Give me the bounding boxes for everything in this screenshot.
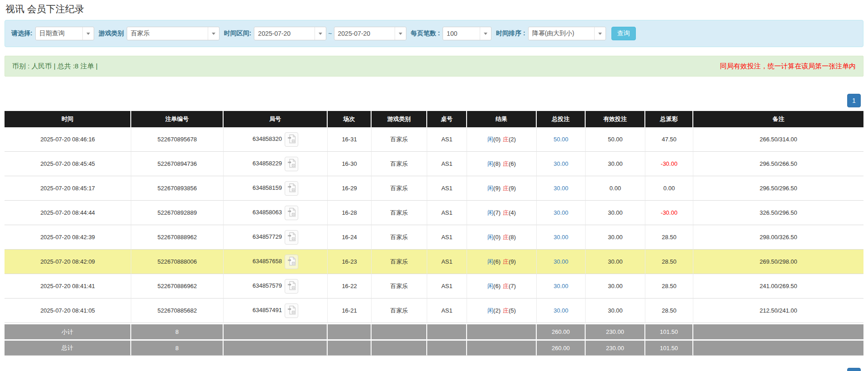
result-banker-label: 庄 xyxy=(503,160,509,167)
cell-table-no: AS1 xyxy=(427,176,467,201)
video-record-icon xyxy=(287,305,296,316)
column-header-session: 场次 xyxy=(328,111,372,127)
table-row: 2025-07-20 08:42:39 522670888962 6348577… xyxy=(5,225,863,250)
video-record-icon-button[interactable] xyxy=(285,157,298,171)
total-bet-link[interactable]: 30.00 xyxy=(537,299,586,323)
date-to-select[interactable]: 2025-07-20 xyxy=(334,27,406,40)
cell-result: 闲(8)庄(6) xyxy=(467,152,537,176)
total-bet-link[interactable]: 30.00 xyxy=(537,225,586,250)
cell-result: 闲(0)庄(8) xyxy=(467,225,537,250)
page-size-label: 每页笔数 : xyxy=(411,29,440,38)
round-id-text: 634857491 xyxy=(253,307,282,313)
cell-game: 百家乐 xyxy=(372,176,427,201)
chevron-down-icon[interactable] xyxy=(82,27,94,40)
cell-table-no: AS1 xyxy=(427,274,467,299)
video-record-icon-button[interactable] xyxy=(285,304,298,318)
total-bet-link[interactable]: 30.00 xyxy=(537,250,586,274)
result-player-value: (7) xyxy=(493,209,501,216)
result-banker-label: 庄 xyxy=(503,209,509,216)
column-header-valid-bet: 有效投注 xyxy=(586,111,645,127)
cell-session: 16-21 xyxy=(328,299,372,323)
column-header-table-no: 桌号 xyxy=(427,111,467,127)
table-row: 2025-07-20 08:45:45 522670894736 6348582… xyxy=(5,152,863,176)
footer-total-row: 总计 8 260.00 230.00 101.50 xyxy=(5,339,863,356)
summary-bar: 币别 : 人民币 | 总共 :8 注单 | 同局有效投注，统一计算在该局第一张注… xyxy=(5,56,863,77)
cell-remark: 296.50/296.50 xyxy=(693,176,863,201)
cell-bet-id: 522670892889 xyxy=(131,201,224,225)
cell-remark: 326.50/296.50 xyxy=(693,201,863,225)
total-bet-link[interactable]: 50.00 xyxy=(537,127,586,152)
table-row: 2025-07-20 08:41:05 522670885682 6348574… xyxy=(5,299,863,323)
cell-result: 闲(6)庄(7) xyxy=(467,274,537,299)
chevron-down-icon[interactable] xyxy=(395,27,406,40)
cell-round-id: 634858320 xyxy=(224,127,328,152)
cell-session: 16-24 xyxy=(328,225,372,250)
result-player-value: (8) xyxy=(493,160,501,167)
video-record-icon-button[interactable] xyxy=(285,255,298,269)
date-from-select[interactable]: 2025-07-20 xyxy=(254,27,326,40)
video-record-icon-button[interactable] xyxy=(285,230,298,245)
cell-round-id: 634857491 xyxy=(224,299,328,323)
result-banker-label: 庄 xyxy=(503,283,509,289)
cell-table-no: AS1 xyxy=(427,127,467,152)
cell-session: 16-22 xyxy=(328,274,372,299)
page-button-1[interactable]: 1 xyxy=(847,94,861,107)
footer-subtotal-row: 小计 8 260.00 230.00 101.50 xyxy=(5,323,863,339)
chevron-down-icon[interactable] xyxy=(315,27,326,40)
cell-payout: 0.00 xyxy=(645,176,693,201)
round-id-text: 634857579 xyxy=(253,282,282,289)
page-size-select[interactable]: 100 xyxy=(443,27,491,40)
total-bet-link[interactable]: 30.00 xyxy=(537,176,586,201)
game-category-value: 百家乐 xyxy=(127,29,208,38)
query-type-select[interactable]: 日期查询 xyxy=(35,27,94,40)
cell-bet-id: 522670885682 xyxy=(131,299,224,323)
total-bet-link[interactable]: 30.00 xyxy=(537,152,586,176)
result-player-value: (9) xyxy=(493,185,501,192)
cell-session: 16-23 xyxy=(328,250,372,274)
game-category-select[interactable]: 百家乐 xyxy=(127,27,219,40)
subtotal-valid-bet: 230.00 xyxy=(586,323,645,339)
video-record-icon-button[interactable] xyxy=(285,132,298,147)
table-row: 2025-07-20 08:42:09 522670888006 6348576… xyxy=(5,250,863,274)
video-record-icon xyxy=(287,159,296,169)
video-record-icon xyxy=(287,232,296,243)
video-record-icon xyxy=(287,281,296,292)
chevron-down-icon[interactable] xyxy=(480,27,491,40)
cell-time: 2025-07-20 08:44:44 xyxy=(5,201,131,225)
cell-game: 百家乐 xyxy=(372,201,427,225)
result-player-label: 闲 xyxy=(487,258,493,265)
sort-order-select[interactable]: 降幂(由大到小) xyxy=(528,27,606,40)
cell-time: 2025-07-20 08:46:16 xyxy=(5,127,131,152)
subtotal-payout: 101.50 xyxy=(645,323,693,339)
video-record-icon-button[interactable] xyxy=(285,206,298,220)
table-row: 2025-07-20 08:41:41 522670886962 6348575… xyxy=(5,274,863,299)
chevron-down-icon[interactable] xyxy=(594,27,606,40)
cell-payout: 47.50 xyxy=(645,127,693,152)
cell-game: 百家乐 xyxy=(372,152,427,176)
cell-session: 16-28 xyxy=(328,201,372,225)
search-button[interactable]: 查询 xyxy=(611,27,636,40)
result-banker-label: 庄 xyxy=(503,258,509,265)
cell-round-id: 634857658 xyxy=(224,250,328,274)
result-banker-label: 庄 xyxy=(503,234,509,241)
video-record-icon xyxy=(287,207,296,218)
cell-remark: 296.50/266.50 xyxy=(693,152,863,176)
table-row: 2025-07-20 08:45:17 522670893856 6348581… xyxy=(5,176,863,201)
cell-time: 2025-07-20 08:42:39 xyxy=(5,225,131,250)
query-type-value: 日期查询 xyxy=(36,29,82,38)
result-banker-label: 庄 xyxy=(503,136,509,143)
page-button-1-bottom[interactable]: 1 xyxy=(847,368,861,371)
table-row: 2025-07-20 08:44:44 522670892889 6348580… xyxy=(5,201,863,225)
chevron-down-icon[interactable] xyxy=(208,27,219,40)
table-body: 2025-07-20 08:46:16 522670895678 6348583… xyxy=(5,127,863,323)
cell-payout: 28.50 xyxy=(645,225,693,250)
video-record-icon-button[interactable] xyxy=(285,181,298,196)
cell-valid-bet: 30.00 xyxy=(586,201,645,225)
total-bet-link[interactable]: 30.00 xyxy=(537,201,586,225)
result-banker-value: (8) xyxy=(509,234,516,241)
column-header-round-id: 局号 xyxy=(224,111,328,127)
total-valid-bet: 230.00 xyxy=(586,339,645,356)
video-record-icon-button[interactable] xyxy=(285,279,298,294)
total-bet-link[interactable]: 30.00 xyxy=(537,274,586,299)
cell-round-id: 634857579 xyxy=(224,274,328,299)
